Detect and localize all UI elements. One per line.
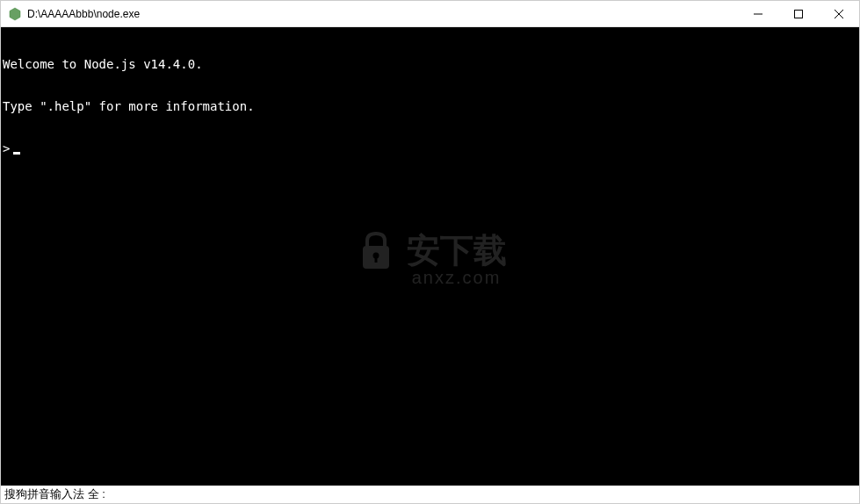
terminal-prompt-line: > — [1, 141, 859, 155]
svg-rect-5 — [363, 246, 389, 269]
window-title: D:\AAAAAbbb\node.exe — [27, 8, 738, 20]
svg-point-6 — [372, 253, 379, 259]
watermark-text: 安下载 — [407, 243, 507, 257]
svg-rect-7 — [374, 256, 377, 263]
watermark: 安下载 anxz.com — [354, 228, 507, 284]
cursor-icon — [13, 152, 20, 155]
maximize-button[interactable] — [778, 1, 819, 26]
svg-marker-0 — [10, 8, 20, 20]
minimize-button[interactable] — [738, 1, 778, 26]
titlebar[interactable]: D:\AAAAAbbb\node.exe — [1, 1, 859, 27]
terminal-area[interactable]: Welcome to Node.js v14.4.0. Type ".help"… — [1, 27, 859, 486]
node-icon — [8, 7, 22, 21]
close-button[interactable] — [819, 1, 859, 26]
watermark-url: anxz.com — [412, 270, 502, 284]
svg-rect-2 — [795, 10, 803, 18]
prompt-symbol: > — [3, 141, 10, 155]
terminal-output-line: Welcome to Node.js v14.4.0. — [1, 57, 859, 71]
application-window: D:\AAAAAbbb\node.exe Welcome to Node.js … — [0, 0, 860, 504]
ime-status-text: 搜狗拼音输入法 全 : — [4, 486, 105, 502]
lock-icon — [354, 228, 398, 272]
ime-status-bar: 搜狗拼音输入法 全 : — [1, 486, 859, 503]
window-controls — [738, 1, 859, 26]
terminal-output-line: Type ".help" for more information. — [1, 99, 859, 113]
